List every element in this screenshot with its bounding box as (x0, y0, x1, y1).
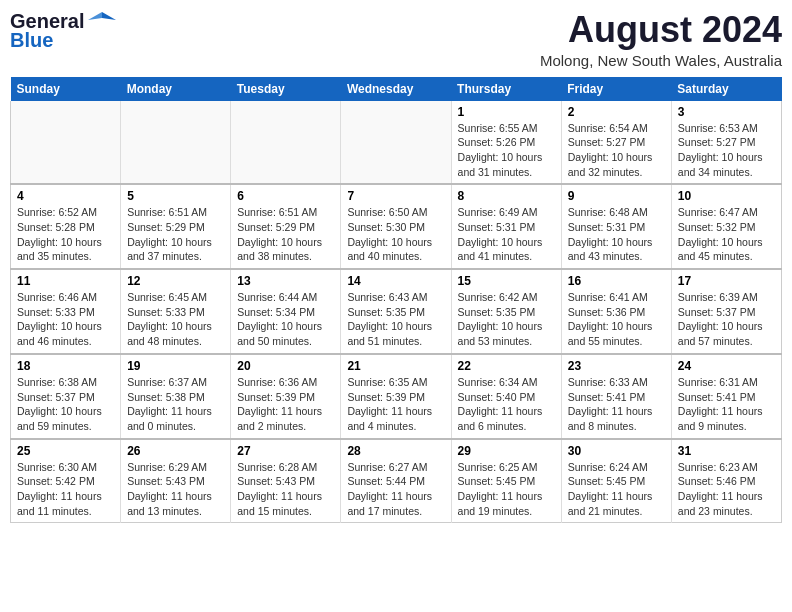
day-info: Sunrise: 6:44 AM Sunset: 5:34 PM Dayligh… (237, 290, 334, 349)
day-number: 26 (127, 444, 224, 458)
day-info: Sunrise: 6:38 AM Sunset: 5:37 PM Dayligh… (17, 375, 114, 434)
svg-marker-1 (88, 12, 102, 20)
calendar-cell (121, 101, 231, 185)
day-info: Sunrise: 6:52 AM Sunset: 5:28 PM Dayligh… (17, 205, 114, 264)
day-info: Sunrise: 6:36 AM Sunset: 5:39 PM Dayligh… (237, 375, 334, 434)
logo: General Blue (10, 10, 116, 50)
day-info: Sunrise: 6:25 AM Sunset: 5:45 PM Dayligh… (458, 460, 555, 519)
day-info: Sunrise: 6:51 AM Sunset: 5:29 PM Dayligh… (237, 205, 334, 264)
calendar-cell: 13Sunrise: 6:44 AM Sunset: 5:34 PM Dayli… (231, 269, 341, 354)
logo-blue: Blue (10, 30, 53, 50)
calendar-cell: 25Sunrise: 6:30 AM Sunset: 5:42 PM Dayli… (11, 439, 121, 523)
day-number: 16 (568, 274, 665, 288)
col-header-wednesday: Wednesday (341, 77, 451, 101)
calendar-week-row: 4Sunrise: 6:52 AM Sunset: 5:28 PM Daylig… (11, 184, 782, 269)
calendar-cell: 12Sunrise: 6:45 AM Sunset: 5:33 PM Dayli… (121, 269, 231, 354)
calendar-week-row: 25Sunrise: 6:30 AM Sunset: 5:42 PM Dayli… (11, 439, 782, 523)
day-number: 20 (237, 359, 334, 373)
day-number: 18 (17, 359, 114, 373)
col-header-friday: Friday (561, 77, 671, 101)
day-info: Sunrise: 6:42 AM Sunset: 5:35 PM Dayligh… (458, 290, 555, 349)
day-number: 29 (458, 444, 555, 458)
calendar-week-row: 18Sunrise: 6:38 AM Sunset: 5:37 PM Dayli… (11, 354, 782, 439)
calendar-cell (231, 101, 341, 185)
day-info: Sunrise: 6:37 AM Sunset: 5:38 PM Dayligh… (127, 375, 224, 434)
day-number: 1 (458, 105, 555, 119)
calendar-cell: 8Sunrise: 6:49 AM Sunset: 5:31 PM Daylig… (451, 184, 561, 269)
day-info: Sunrise: 6:49 AM Sunset: 5:31 PM Dayligh… (458, 205, 555, 264)
day-number: 8 (458, 189, 555, 203)
day-number: 30 (568, 444, 665, 458)
calendar-cell: 14Sunrise: 6:43 AM Sunset: 5:35 PM Dayli… (341, 269, 451, 354)
calendar-cell: 9Sunrise: 6:48 AM Sunset: 5:31 PM Daylig… (561, 184, 671, 269)
day-number: 19 (127, 359, 224, 373)
day-info: Sunrise: 6:29 AM Sunset: 5:43 PM Dayligh… (127, 460, 224, 519)
calendar-cell: 23Sunrise: 6:33 AM Sunset: 5:41 PM Dayli… (561, 354, 671, 439)
calendar-cell: 31Sunrise: 6:23 AM Sunset: 5:46 PM Dayli… (671, 439, 781, 523)
day-info: Sunrise: 6:53 AM Sunset: 5:27 PM Dayligh… (678, 121, 775, 180)
calendar-table: SundayMondayTuesdayWednesdayThursdayFrid… (10, 77, 782, 524)
day-info: Sunrise: 6:35 AM Sunset: 5:39 PM Dayligh… (347, 375, 444, 434)
calendar-cell: 30Sunrise: 6:24 AM Sunset: 5:45 PM Dayli… (561, 439, 671, 523)
day-info: Sunrise: 6:51 AM Sunset: 5:29 PM Dayligh… (127, 205, 224, 264)
calendar-cell: 11Sunrise: 6:46 AM Sunset: 5:33 PM Dayli… (11, 269, 121, 354)
calendar-cell: 10Sunrise: 6:47 AM Sunset: 5:32 PM Dayli… (671, 184, 781, 269)
location-subtitle: Molong, New South Wales, Australia (540, 52, 782, 69)
day-number: 13 (237, 274, 334, 288)
day-number: 5 (127, 189, 224, 203)
day-number: 23 (568, 359, 665, 373)
day-info: Sunrise: 6:41 AM Sunset: 5:36 PM Dayligh… (568, 290, 665, 349)
day-info: Sunrise: 6:47 AM Sunset: 5:32 PM Dayligh… (678, 205, 775, 264)
day-info: Sunrise: 6:27 AM Sunset: 5:44 PM Dayligh… (347, 460, 444, 519)
page-header: General Blue August 2024 Molong, New Sou… (10, 10, 782, 69)
day-info: Sunrise: 6:23 AM Sunset: 5:46 PM Dayligh… (678, 460, 775, 519)
day-number: 17 (678, 274, 775, 288)
day-number: 22 (458, 359, 555, 373)
calendar-cell: 19Sunrise: 6:37 AM Sunset: 5:38 PM Dayli… (121, 354, 231, 439)
calendar-week-row: 11Sunrise: 6:46 AM Sunset: 5:33 PM Dayli… (11, 269, 782, 354)
day-number: 2 (568, 105, 665, 119)
day-number: 15 (458, 274, 555, 288)
svg-marker-0 (102, 12, 116, 20)
day-info: Sunrise: 6:55 AM Sunset: 5:26 PM Dayligh… (458, 121, 555, 180)
calendar-cell: 17Sunrise: 6:39 AM Sunset: 5:37 PM Dayli… (671, 269, 781, 354)
calendar-cell (11, 101, 121, 185)
col-header-sunday: Sunday (11, 77, 121, 101)
calendar-cell: 7Sunrise: 6:50 AM Sunset: 5:30 PM Daylig… (341, 184, 451, 269)
calendar-cell: 15Sunrise: 6:42 AM Sunset: 5:35 PM Dayli… (451, 269, 561, 354)
calendar-cell (341, 101, 451, 185)
calendar-cell: 4Sunrise: 6:52 AM Sunset: 5:28 PM Daylig… (11, 184, 121, 269)
day-info: Sunrise: 6:46 AM Sunset: 5:33 PM Dayligh… (17, 290, 114, 349)
day-info: Sunrise: 6:24 AM Sunset: 5:45 PM Dayligh… (568, 460, 665, 519)
day-number: 11 (17, 274, 114, 288)
col-header-saturday: Saturday (671, 77, 781, 101)
day-info: Sunrise: 6:31 AM Sunset: 5:41 PM Dayligh… (678, 375, 775, 434)
day-number: 3 (678, 105, 775, 119)
calendar-cell: 27Sunrise: 6:28 AM Sunset: 5:43 PM Dayli… (231, 439, 341, 523)
day-info: Sunrise: 6:45 AM Sunset: 5:33 PM Dayligh… (127, 290, 224, 349)
day-info: Sunrise: 6:34 AM Sunset: 5:40 PM Dayligh… (458, 375, 555, 434)
day-info: Sunrise: 6:54 AM Sunset: 5:27 PM Dayligh… (568, 121, 665, 180)
day-number: 24 (678, 359, 775, 373)
calendar-cell: 3Sunrise: 6:53 AM Sunset: 5:27 PM Daylig… (671, 101, 781, 185)
calendar-cell: 24Sunrise: 6:31 AM Sunset: 5:41 PM Dayli… (671, 354, 781, 439)
calendar-cell: 20Sunrise: 6:36 AM Sunset: 5:39 PM Dayli… (231, 354, 341, 439)
calendar-cell: 29Sunrise: 6:25 AM Sunset: 5:45 PM Dayli… (451, 439, 561, 523)
col-header-tuesday: Tuesday (231, 77, 341, 101)
day-number: 27 (237, 444, 334, 458)
title-block: August 2024 Molong, New South Wales, Aus… (540, 10, 782, 69)
day-number: 7 (347, 189, 444, 203)
day-number: 6 (237, 189, 334, 203)
calendar-cell: 6Sunrise: 6:51 AM Sunset: 5:29 PM Daylig… (231, 184, 341, 269)
col-header-thursday: Thursday (451, 77, 561, 101)
day-number: 14 (347, 274, 444, 288)
calendar-header-row: SundayMondayTuesdayWednesdayThursdayFrid… (11, 77, 782, 101)
calendar-cell: 5Sunrise: 6:51 AM Sunset: 5:29 PM Daylig… (121, 184, 231, 269)
calendar-cell: 16Sunrise: 6:41 AM Sunset: 5:36 PM Dayli… (561, 269, 671, 354)
calendar-cell: 26Sunrise: 6:29 AM Sunset: 5:43 PM Dayli… (121, 439, 231, 523)
day-number: 9 (568, 189, 665, 203)
day-info: Sunrise: 6:39 AM Sunset: 5:37 PM Dayligh… (678, 290, 775, 349)
calendar-cell: 21Sunrise: 6:35 AM Sunset: 5:39 PM Dayli… (341, 354, 451, 439)
day-info: Sunrise: 6:48 AM Sunset: 5:31 PM Dayligh… (568, 205, 665, 264)
day-info: Sunrise: 6:50 AM Sunset: 5:30 PM Dayligh… (347, 205, 444, 264)
